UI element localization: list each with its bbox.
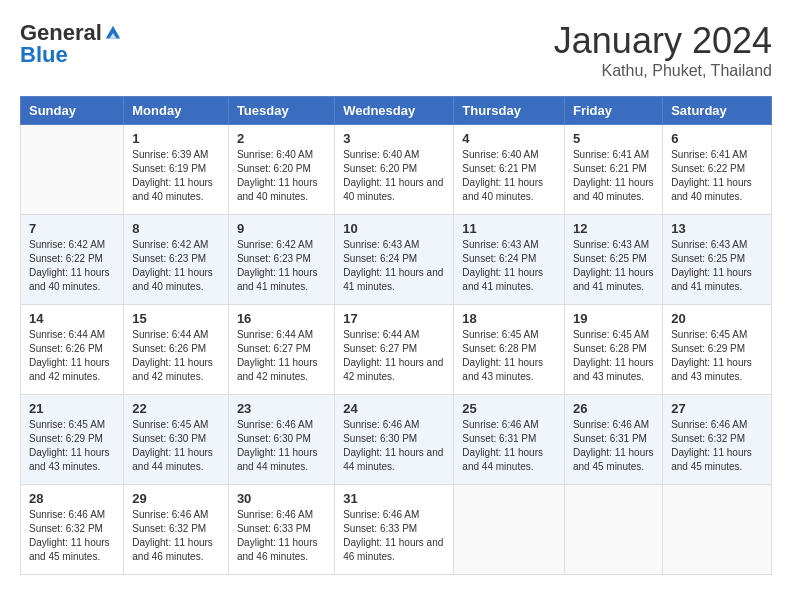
logo-blue-text: Blue <box>20 42 68 68</box>
calendar-cell: 12Sunrise: 6:43 AM Sunset: 6:25 PM Dayli… <box>564 215 662 305</box>
day-number: 21 <box>29 401 115 416</box>
day-number: 15 <box>132 311 220 326</box>
day-number: 12 <box>573 221 654 236</box>
cell-info: Sunrise: 6:46 AM Sunset: 6:32 PM Dayligh… <box>671 418 763 474</box>
calendar-cell: 1Sunrise: 6:39 AM Sunset: 6:19 PM Daylig… <box>124 125 229 215</box>
calendar-cell: 27Sunrise: 6:46 AM Sunset: 6:32 PM Dayli… <box>663 395 772 485</box>
day-number: 4 <box>462 131 556 146</box>
calendar-cell: 29Sunrise: 6:46 AM Sunset: 6:32 PM Dayli… <box>124 485 229 575</box>
cell-info: Sunrise: 6:43 AM Sunset: 6:25 PM Dayligh… <box>573 238 654 294</box>
weekday-header-monday: Monday <box>124 97 229 125</box>
calendar-cell: 15Sunrise: 6:44 AM Sunset: 6:26 PM Dayli… <box>124 305 229 395</box>
calendar-cell: 24Sunrise: 6:46 AM Sunset: 6:30 PM Dayli… <box>335 395 454 485</box>
calendar-cell: 11Sunrise: 6:43 AM Sunset: 6:24 PM Dayli… <box>454 215 565 305</box>
cell-info: Sunrise: 6:46 AM Sunset: 6:30 PM Dayligh… <box>237 418 326 474</box>
day-number: 30 <box>237 491 326 506</box>
month-title: January 2024 <box>554 20 772 62</box>
day-number: 2 <box>237 131 326 146</box>
calendar-cell: 25Sunrise: 6:46 AM Sunset: 6:31 PM Dayli… <box>454 395 565 485</box>
cell-info: Sunrise: 6:40 AM Sunset: 6:20 PM Dayligh… <box>237 148 326 204</box>
calendar-cell: 10Sunrise: 6:43 AM Sunset: 6:24 PM Dayli… <box>335 215 454 305</box>
calendar-cell: 19Sunrise: 6:45 AM Sunset: 6:28 PM Dayli… <box>564 305 662 395</box>
calendar-cell: 13Sunrise: 6:43 AM Sunset: 6:25 PM Dayli… <box>663 215 772 305</box>
cell-info: Sunrise: 6:46 AM Sunset: 6:30 PM Dayligh… <box>343 418 445 474</box>
calendar-cell: 8Sunrise: 6:42 AM Sunset: 6:23 PM Daylig… <box>124 215 229 305</box>
day-number: 5 <box>573 131 654 146</box>
calendar-cell: 7Sunrise: 6:42 AM Sunset: 6:22 PM Daylig… <box>21 215 124 305</box>
calendar-cell: 17Sunrise: 6:44 AM Sunset: 6:27 PM Dayli… <box>335 305 454 395</box>
day-number: 19 <box>573 311 654 326</box>
day-number: 10 <box>343 221 445 236</box>
day-number: 6 <box>671 131 763 146</box>
calendar-cell: 16Sunrise: 6:44 AM Sunset: 6:27 PM Dayli… <box>228 305 334 395</box>
cell-info: Sunrise: 6:46 AM Sunset: 6:33 PM Dayligh… <box>237 508 326 564</box>
calendar-cell <box>564 485 662 575</box>
day-number: 31 <box>343 491 445 506</box>
calendar-cell: 31Sunrise: 6:46 AM Sunset: 6:33 PM Dayli… <box>335 485 454 575</box>
day-number: 8 <box>132 221 220 236</box>
cell-info: Sunrise: 6:46 AM Sunset: 6:32 PM Dayligh… <box>29 508 115 564</box>
cell-info: Sunrise: 6:44 AM Sunset: 6:26 PM Dayligh… <box>29 328 115 384</box>
calendar-body: 1Sunrise: 6:39 AM Sunset: 6:19 PM Daylig… <box>21 125 772 575</box>
cell-info: Sunrise: 6:46 AM Sunset: 6:32 PM Dayligh… <box>132 508 220 564</box>
cell-info: Sunrise: 6:45 AM Sunset: 6:29 PM Dayligh… <box>671 328 763 384</box>
calendar-week-row: 14Sunrise: 6:44 AM Sunset: 6:26 PM Dayli… <box>21 305 772 395</box>
cell-info: Sunrise: 6:40 AM Sunset: 6:21 PM Dayligh… <box>462 148 556 204</box>
cell-info: Sunrise: 6:46 AM Sunset: 6:31 PM Dayligh… <box>573 418 654 474</box>
calendar-header: SundayMondayTuesdayWednesdayThursdayFrid… <box>21 97 772 125</box>
day-number: 23 <box>237 401 326 416</box>
cell-info: Sunrise: 6:42 AM Sunset: 6:22 PM Dayligh… <box>29 238 115 294</box>
weekday-header-thursday: Thursday <box>454 97 565 125</box>
cell-info: Sunrise: 6:43 AM Sunset: 6:25 PM Dayligh… <box>671 238 763 294</box>
weekday-header-wednesday: Wednesday <box>335 97 454 125</box>
calendar-cell: 6Sunrise: 6:41 AM Sunset: 6:22 PM Daylig… <box>663 125 772 215</box>
cell-info: Sunrise: 6:40 AM Sunset: 6:20 PM Dayligh… <box>343 148 445 204</box>
weekday-header-saturday: Saturday <box>663 97 772 125</box>
day-number: 28 <box>29 491 115 506</box>
cell-info: Sunrise: 6:44 AM Sunset: 6:27 PM Dayligh… <box>237 328 326 384</box>
day-number: 3 <box>343 131 445 146</box>
cell-info: Sunrise: 6:46 AM Sunset: 6:33 PM Dayligh… <box>343 508 445 564</box>
day-number: 25 <box>462 401 556 416</box>
cell-info: Sunrise: 6:45 AM Sunset: 6:28 PM Dayligh… <box>462 328 556 384</box>
cell-info: Sunrise: 6:41 AM Sunset: 6:22 PM Dayligh… <box>671 148 763 204</box>
cell-info: Sunrise: 6:44 AM Sunset: 6:26 PM Dayligh… <box>132 328 220 384</box>
day-number: 9 <box>237 221 326 236</box>
day-number: 18 <box>462 311 556 326</box>
cell-info: Sunrise: 6:44 AM Sunset: 6:27 PM Dayligh… <box>343 328 445 384</box>
weekday-header-friday: Friday <box>564 97 662 125</box>
calendar-cell: 28Sunrise: 6:46 AM Sunset: 6:32 PM Dayli… <box>21 485 124 575</box>
cell-info: Sunrise: 6:43 AM Sunset: 6:24 PM Dayligh… <box>462 238 556 294</box>
cell-info: Sunrise: 6:42 AM Sunset: 6:23 PM Dayligh… <box>132 238 220 294</box>
cell-info: Sunrise: 6:45 AM Sunset: 6:29 PM Dayligh… <box>29 418 115 474</box>
day-number: 29 <box>132 491 220 506</box>
day-number: 14 <box>29 311 115 326</box>
calendar-cell <box>663 485 772 575</box>
calendar-cell: 4Sunrise: 6:40 AM Sunset: 6:21 PM Daylig… <box>454 125 565 215</box>
calendar-table: SundayMondayTuesdayWednesdayThursdayFrid… <box>20 96 772 575</box>
calendar-week-row: 7Sunrise: 6:42 AM Sunset: 6:22 PM Daylig… <box>21 215 772 305</box>
day-number: 7 <box>29 221 115 236</box>
calendar-cell: 20Sunrise: 6:45 AM Sunset: 6:29 PM Dayli… <box>663 305 772 395</box>
cell-info: Sunrise: 6:43 AM Sunset: 6:24 PM Dayligh… <box>343 238 445 294</box>
cell-info: Sunrise: 6:46 AM Sunset: 6:31 PM Dayligh… <box>462 418 556 474</box>
logo: General Blue <box>20 20 122 68</box>
calendar-cell <box>21 125 124 215</box>
weekday-header-row: SundayMondayTuesdayWednesdayThursdayFrid… <box>21 97 772 125</box>
calendar-cell: 21Sunrise: 6:45 AM Sunset: 6:29 PM Dayli… <box>21 395 124 485</box>
weekday-header-tuesday: Tuesday <box>228 97 334 125</box>
calendar-cell: 30Sunrise: 6:46 AM Sunset: 6:33 PM Dayli… <box>228 485 334 575</box>
page-header: General Blue January 2024 Kathu, Phuket,… <box>20 20 772 80</box>
calendar-cell: 23Sunrise: 6:46 AM Sunset: 6:30 PM Dayli… <box>228 395 334 485</box>
day-number: 11 <box>462 221 556 236</box>
calendar-cell: 3Sunrise: 6:40 AM Sunset: 6:20 PM Daylig… <box>335 125 454 215</box>
title-block: January 2024 Kathu, Phuket, Thailand <box>554 20 772 80</box>
calendar-cell: 2Sunrise: 6:40 AM Sunset: 6:20 PM Daylig… <box>228 125 334 215</box>
calendar-cell: 9Sunrise: 6:42 AM Sunset: 6:23 PM Daylig… <box>228 215 334 305</box>
cell-info: Sunrise: 6:45 AM Sunset: 6:28 PM Dayligh… <box>573 328 654 384</box>
calendar-cell: 26Sunrise: 6:46 AM Sunset: 6:31 PM Dayli… <box>564 395 662 485</box>
calendar-week-row: 28Sunrise: 6:46 AM Sunset: 6:32 PM Dayli… <box>21 485 772 575</box>
location-text: Kathu, Phuket, Thailand <box>554 62 772 80</box>
day-number: 13 <box>671 221 763 236</box>
calendar-cell: 22Sunrise: 6:45 AM Sunset: 6:30 PM Dayli… <box>124 395 229 485</box>
